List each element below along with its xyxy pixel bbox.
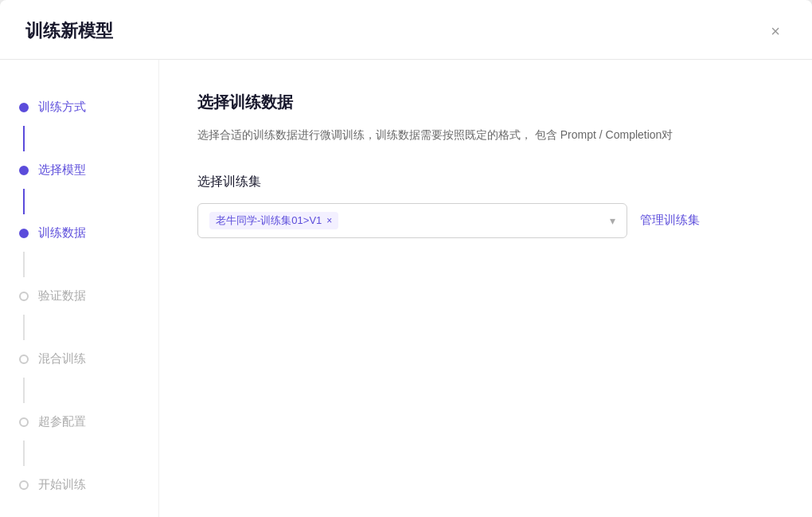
manage-training-set-link[interactable]: 管理训练集 [640, 213, 700, 228]
close-button[interactable]: × [764, 20, 787, 42]
dialog-header: 训练新模型 × [0, 0, 812, 60]
sidebar-item-hyper-params[interactable]: 超参配置 [19, 403, 139, 441]
select-row: 老牛同学-训练集01>V1 × ▾ 管理训练集 [197, 203, 774, 238]
chevron-down-icon: ▾ [610, 214, 615, 227]
step-line-1 [23, 126, 25, 151]
section-title: 选择训练数据 [197, 92, 774, 113]
sidebar-label-select-model: 选择模型 [38, 151, 86, 189]
sidebar-item-train-data[interactable]: 训练数据 [19, 214, 139, 252]
train-model-dialog: 训练新模型 × 训练方式 选择模型 训练数据 [0, 0, 812, 517]
sidebar-label-mixed-train: 混合训练 [38, 340, 86, 378]
step-dot-hyper-params [19, 417, 29, 427]
step-dot-mixed-train [19, 354, 29, 364]
sidebar-label-validate-data: 验证数据 [38, 277, 86, 315]
step-line-6 [23, 441, 25, 466]
step-dot-validate-data [19, 292, 29, 301]
selected-tag: 老牛同学-训练集01>V1 × [209, 212, 338, 229]
sidebar: 训练方式 选择模型 训练数据 验证数据 [0, 60, 159, 517]
sidebar-label-start-train: 开始训练 [38, 466, 86, 503]
step-dot-start-train [19, 480, 29, 490]
sidebar-item-train-method[interactable]: 训练方式 [19, 88, 139, 126]
subsection-title: 选择训练集 [197, 174, 774, 190]
step-line-3 [23, 252, 25, 277]
tag-close-button[interactable]: × [326, 216, 332, 225]
sidebar-item-start-train[interactable]: 开始训练 [19, 466, 139, 503]
sidebar-label-hyper-params: 超参配置 [38, 403, 86, 441]
main-content: 选择训练数据 选择合适的训练数据进行微调训练，训练数据需要按照既定的格式， 包含… [159, 60, 812, 517]
select-tags: 老牛同学-训练集01>V1 × [209, 212, 338, 229]
step-line-4 [23, 315, 25, 340]
sidebar-label-train-data: 训练数据 [38, 214, 86, 252]
step-dot-train-data [19, 229, 29, 238]
step-dot-train-method [19, 103, 29, 112]
training-set-select[interactable]: 老牛同学-训练集01>V1 × ▾ [197, 203, 627, 238]
step-line-5 [23, 378, 25, 403]
dialog-title: 训练新模型 [25, 19, 113, 43]
section-desc: 选择合适的训练数据进行微调训练，训练数据需要按照既定的格式， 包含 Prompt… [197, 126, 691, 145]
dialog-body: 训练方式 选择模型 训练数据 验证数据 [0, 60, 812, 517]
sidebar-item-select-model[interactable]: 选择模型 [19, 151, 139, 189]
sidebar-item-mixed-train[interactable]: 混合训练 [19, 340, 139, 378]
step-line-2 [23, 189, 25, 214]
sidebar-item-validate-data[interactable]: 验证数据 [19, 277, 139, 315]
step-dot-select-model [19, 166, 29, 175]
tag-label: 老牛同学-训练集01>V1 [216, 213, 322, 228]
sidebar-label-train-method: 训练方式 [38, 88, 86, 126]
